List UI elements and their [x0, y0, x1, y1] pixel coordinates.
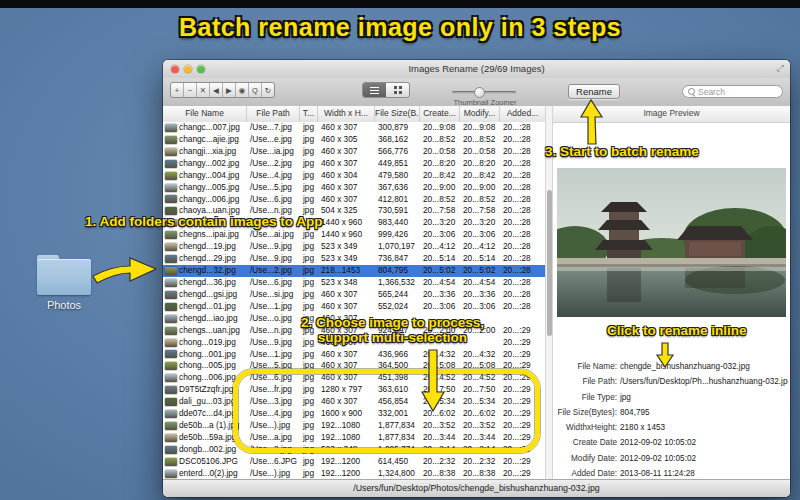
cell-added: 20...:28 — [500, 289, 545, 301]
table-row[interactable]: chegns...ipai.jpg/Use...ai.jpgjpg1440 x … — [163, 229, 545, 241]
slider-knob[interactable] — [474, 87, 485, 98]
cell-modified: 20...8:42 — [460, 170, 500, 182]
file-thumbnail — [165, 339, 177, 347]
table-row[interactable]: changji...xia.jpg/Use...ia.jpgjpg460 x 3… — [163, 146, 545, 158]
table-row[interactable]: chengd...01.jpg/Use...1.jpgjpg460 x 3075… — [163, 301, 545, 313]
table-row[interactable]: chengd...gsi.jpg/Use...si.jpgjpg460 x 30… — [163, 289, 545, 301]
table-row[interactable]: chengd...19.jpg/Use...9.jpgjpg523 x 3491… — [163, 241, 545, 253]
cell-type: jpg — [300, 349, 318, 361]
cell-modified: 20...7:58 — [460, 205, 500, 217]
info-field-value[interactable]: 2180 x 1453 — [620, 420, 665, 435]
info-field: WidthxHeight:2180 x 1453 — [553, 420, 788, 435]
cell-added: 20...:29 — [500, 456, 545, 468]
cell-path: /Use...9.jpg — [247, 241, 300, 253]
file-info-fields: File Name:chengde_bishushanzhuang-032.jp… — [553, 359, 788, 480]
info-field-value[interactable]: 2012-09-02 10:05:02 — [620, 435, 696, 450]
column-header[interactable]: Width x H... — [318, 106, 375, 122]
file-name: dongb...002.jpg — [179, 444, 236, 456]
cell-size: 436,966 — [375, 349, 420, 361]
column-header[interactable]: Added... — [500, 106, 545, 122]
inline-rename-annotation: Click to rename inline — [607, 323, 747, 338]
fullscreen-icon[interactable]: ⤢ — [777, 63, 784, 74]
cell-size: 614,450 — [375, 456, 420, 468]
cell-size: 367,636 — [375, 182, 420, 194]
photos-folder-icon[interactable] — [37, 255, 92, 301]
cell-added: 20...:28 — [500, 134, 545, 146]
cell-created: 20...0:58 — [420, 146, 460, 158]
cell-type: jpg — [300, 253, 318, 265]
cell-type: jpg — [300, 158, 318, 170]
table-row[interactable]: changy...005.jpg/Use...5.jpgjpg460 x 307… — [163, 182, 545, 194]
table-row[interactable]: changy...006.jpg/Use...6.jpgjpg460 x 307… — [163, 194, 545, 206]
list-view-button[interactable] — [363, 83, 386, 97]
info-field-value[interactable]: 2013-08-11 11:24:28 — [620, 466, 695, 480]
previous-button[interactable]: ◀ — [210, 83, 223, 97]
next-button[interactable]: ▶ — [223, 83, 236, 97]
file-thumbnail — [165, 184, 177, 192]
zoom-button[interactable]: Q — [249, 83, 262, 97]
info-field-value[interactable]: jpg — [620, 390, 631, 405]
info-field-label: Added Date: — [553, 466, 617, 480]
rename-button[interactable]: Rename — [568, 84, 620, 99]
file-name: chegns...ipai.jpg — [179, 229, 239, 241]
cell-path: /Use...2.jpg — [247, 265, 300, 277]
info-field-value[interactable]: /Users/fun/Desktop/Ph...hushanzhuang-032… — [620, 374, 788, 389]
view-toggle[interactable] — [362, 82, 410, 98]
multi-selection-highlight-box — [233, 369, 540, 453]
column-header[interactable]: File Size(B... — [375, 106, 420, 122]
cell-created: 20...8:20 — [420, 158, 460, 170]
table-row[interactable]: enterd...0(2).jpg/Use...).jpgjpg192...12… — [163, 468, 545, 480]
table-row[interactable]: changy...004.jpg/Use...4.jpgjpg460 x 304… — [163, 170, 545, 182]
preview-button[interactable]: ◉ — [236, 83, 249, 97]
grid-view-button[interactable] — [386, 83, 409, 97]
scrollbar-thumb[interactable] — [547, 190, 552, 336]
table-row[interactable]: changy...002.jpg/Use...2.jpgjpg460 x 307… — [163, 158, 545, 170]
column-header[interactable]: File Path — [247, 106, 300, 122]
step2-down-arrow — [420, 348, 446, 414]
info-field: File Size(Bytes):804,795 — [553, 405, 788, 420]
info-field-value[interactable]: 804,795 — [620, 405, 650, 420]
file-thumbnail — [165, 124, 177, 132]
search-field[interactable]: Search — [682, 85, 783, 98]
cell-type: jpg — [300, 277, 318, 289]
title-bar[interactable]: Images Rename (29/69 Images) ⤢ — [163, 60, 790, 79]
file-thumbnail — [165, 458, 177, 466]
file-thumbnail — [165, 195, 177, 203]
remove-button[interactable]: − — [184, 83, 197, 97]
column-header[interactable]: T... — [300, 106, 318, 122]
info-field-value[interactable]: 2012-09-02 10:05:02 — [620, 451, 696, 466]
vertical-scrollbar[interactable] — [545, 106, 553, 480]
table-row[interactable]: DSC05106.JPG/Use...6.JPGjpg192...1200614… — [163, 456, 545, 468]
add-button[interactable]: + — [171, 83, 184, 97]
file-name: D9T5tZzqfr.jpg — [179, 384, 233, 396]
column-header[interactable]: Modify... — [460, 106, 500, 122]
delete-button[interactable]: ✕ — [197, 83, 210, 97]
table-row[interactable]: chengd...29.jpg/Use...9.jpgjpg523 x 3497… — [163, 253, 545, 265]
cell-dims: 460 x 305 — [318, 134, 375, 146]
table-row[interactable]: chengd...36.jpg/Use...6.jpgjpg523 x 3481… — [163, 277, 545, 289]
cell-added: 20...:29 — [500, 325, 545, 337]
cell-added: 20...:28 — [500, 205, 545, 217]
status-bar: /Users/fun/Desktop/Photos/chengde_bishus… — [163, 479, 790, 497]
table-row[interactable]: chengd...32.jpg/Use...2.jpgjpg218...1453… — [163, 265, 545, 277]
cell-dims: 460 x 307 — [318, 301, 375, 313]
refresh-button[interactable]: ↻ — [262, 83, 274, 97]
thumbnail-zoomer-slider[interactable] — [452, 87, 516, 97]
cell-modified: 20...2:32 — [460, 456, 500, 468]
cell-modified: 20...5:14 — [460, 253, 500, 265]
file-name: changy...002.jpg — [179, 158, 239, 170]
folder-to-list-arrow — [90, 252, 160, 288]
table-row[interactable]: chong...001.jpg/Use...1.jpgjpg460 x 3074… — [163, 349, 545, 361]
cell-size: 1,366,532 — [375, 277, 420, 289]
cell-type: jpg — [300, 146, 318, 158]
cell-dims: 192...1200 — [318, 468, 375, 480]
cell-size: 983,440 — [375, 217, 420, 229]
cell-modified: 20...4:12 — [460, 241, 500, 253]
column-header[interactable]: Create... — [420, 106, 460, 122]
table-row[interactable]: changc...007.jpg/Use...7.jpgjpg460 x 307… — [163, 122, 545, 134]
table-row[interactable]: changc...ajie.jpg/Use...e.jpgjpg460 x 30… — [163, 134, 545, 146]
info-field-value[interactable]: chengde_bishushanzhuang-032.jpg — [620, 359, 750, 374]
column-header[interactable]: File Name — [163, 106, 247, 122]
cell-path: /Use...ai.jpg — [247, 229, 300, 241]
file-name: de50b...59a.jpg — [179, 432, 236, 444]
